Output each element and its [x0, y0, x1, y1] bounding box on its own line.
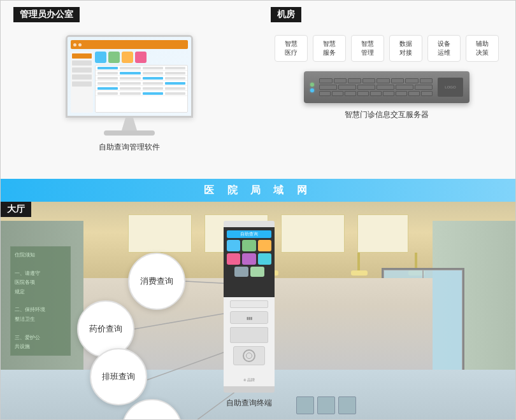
ceiling-panel-1: [128, 214, 192, 253]
sidebar-item: [72, 81, 92, 87]
table-cell: [120, 67, 140, 69]
table-cell: [165, 77, 185, 80]
table-cell: [120, 92, 140, 95]
hall-label: 大厅: [1, 202, 31, 217]
table-cell: [120, 77, 140, 80]
kiosk-icon-8: [250, 267, 264, 277]
kiosk-icons-grid: [227, 240, 271, 265]
ceiling-panel-3: [281, 214, 345, 253]
server-slot: [319, 91, 331, 96]
server-slot: [319, 78, 333, 83]
admin-section-label: 管理员办公室: [13, 7, 80, 22]
topbar-dot: [78, 43, 82, 46]
table-cell: [165, 87, 185, 90]
table-cell: [97, 92, 118, 95]
table-row: [96, 81, 187, 86]
table-cell: [165, 72, 185, 74]
server-room-panel: 机房 智慧 医疗 智慧 服务 智慧 管理 数据 对接: [258, 1, 515, 179]
icons-row: [95, 52, 188, 63]
bubble-2-text: 药价查询: [89, 323, 122, 335]
module-1-line1: 智慧: [285, 40, 297, 47]
server-body: LOGO: [304, 71, 469, 103]
hall-section: 大厅 住院须知 一、请遵守 医院各项 规定 二、保持环境 整洁卫生 三、爱护公 …: [1, 202, 515, 420]
ceiling-panel-4: [357, 214, 408, 253]
server-slot: [376, 78, 390, 83]
table-cell: [143, 82, 163, 85]
table-cell: [120, 87, 140, 90]
server-section-label: 机房: [271, 7, 301, 22]
server-slot: [362, 78, 376, 83]
server-slot: [396, 91, 407, 96]
topbar-dot: [73, 43, 76, 46]
screen-content: [71, 52, 188, 113]
module-2-line2: 服务: [323, 49, 336, 56]
server-slot: [405, 78, 419, 83]
nfc-circle: [243, 349, 255, 362]
sidebar-item: [72, 53, 92, 59]
ceiling-light-fixture: [351, 270, 368, 276]
sidebar-item: [72, 60, 92, 66]
server-slot: [396, 85, 413, 90]
server-slot: [348, 78, 361, 83]
chair: [338, 396, 356, 414]
kiosk-body: ▮▮▮ ⊕ 品牌: [224, 297, 275, 386]
server-slot: [391, 78, 405, 83]
server-slots: [314, 78, 438, 96]
admin-office-panel: 管理员办公室: [1, 1, 258, 179]
module-1: 智慧 医疗: [275, 35, 308, 62]
kiosk-screen-title: 自助查询: [227, 230, 271, 238]
table-cell: [143, 92, 163, 95]
kiosk-icon-3: [258, 240, 271, 251]
kiosk-icon-6: [258, 253, 271, 265]
bubble-consume-query: 消费查询: [128, 253, 185, 310]
screen-sidebar: [71, 52, 93, 113]
table-row: [96, 86, 187, 91]
table-cell: [97, 87, 118, 90]
chairs-row: [296, 396, 356, 414]
table-cell: [143, 77, 163, 80]
module-6-line1: 辅助: [476, 40, 489, 47]
module-5-line2: 运维: [438, 49, 450, 56]
server-slot: [408, 91, 420, 96]
table-row: [96, 91, 187, 96]
kiosk-icon-2: [242, 240, 255, 251]
kiosk-reader: [230, 300, 268, 308]
server-slot: [383, 91, 394, 96]
chair: [296, 396, 314, 414]
module-5: 设备 运维: [427, 35, 461, 62]
table-cell: [165, 82, 185, 85]
table-cell: [97, 67, 118, 69]
bubble-1-text: 消费查询: [140, 276, 173, 287]
module-4-line2: 对接: [399, 49, 412, 56]
server-logo: LOGO: [438, 78, 463, 97]
server-slot: [370, 91, 382, 96]
screen-icon: [108, 52, 120, 63]
bubble-schedule-query: 排班查询: [90, 348, 147, 405]
top-section: 管理员办公室: [1, 1, 515, 179]
kiosk-icon-4: [227, 253, 240, 265]
ceiling-light-stem: [357, 253, 360, 272]
kiosk-base: [224, 386, 275, 393]
table-cell: [143, 72, 163, 74]
module-3-line1: 智慧: [361, 40, 374, 47]
screen-table: [95, 65, 188, 113]
monitor-screen: [66, 35, 193, 118]
table-cell: [165, 67, 185, 69]
module-1-line2: 医疗: [285, 49, 297, 56]
server-container: 智慧 医疗 智慧 服务 智慧 管理 数据 对接 设备 运维: [271, 35, 503, 120]
module-4-line1: 数据: [399, 40, 412, 47]
server-label: 智慧门诊信息交互服务器: [345, 109, 429, 120]
module-2-line1: 智慧: [323, 40, 336, 47]
screen-icon: [95, 52, 106, 63]
hall-background: 住院须知 一、请遵守 医院各项 规定 二、保持环境 整洁卫生 三、爱护公 共设施: [1, 202, 515, 420]
server-slot: [345, 91, 356, 96]
nfc-inner: [246, 353, 252, 359]
slot-row: [319, 78, 433, 83]
server-modules: 智慧 医疗 智慧 服务 智慧 管理 数据 对接 设备 运维: [275, 35, 499, 62]
server-slot: [357, 85, 375, 90]
kiosk-top: [224, 221, 275, 227]
server-slot: [357, 91, 369, 96]
server-slot: [420, 78, 433, 83]
server-slot: [415, 85, 433, 90]
kiosk-card-slot: ▮▮▮: [230, 311, 268, 324]
